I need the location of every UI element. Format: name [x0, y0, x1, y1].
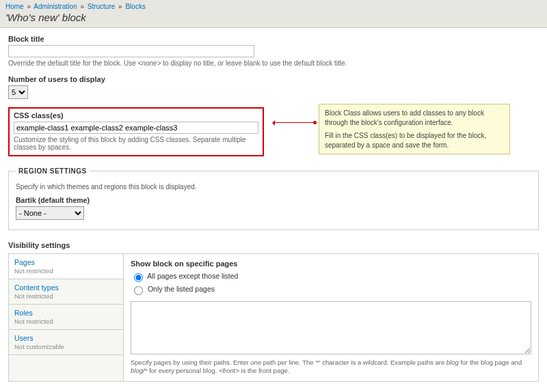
radio-only-listed[interactable]: Only the listed pages: [131, 284, 531, 295]
breadcrumb-blocks[interactable]: Blocks: [125, 3, 145, 10]
tab-pages[interactable]: Pages Not restricted: [9, 254, 123, 279]
css-classes-label: CSS class(es): [14, 111, 258, 120]
region-settings-fieldset: REGION SETTINGS Specify in which themes …: [8, 167, 539, 230]
block-title-row: Block title Override the default title f…: [8, 35, 539, 67]
tab-content-types[interactable]: Content types Not restricted: [9, 279, 123, 305]
callout-box: Block Class allows users to add classes …: [319, 104, 510, 154]
css-classes-input[interactable]: [14, 122, 258, 134]
callout-arrow: [274, 122, 315, 123]
block-title-desc: Override the default title for the block…: [8, 59, 539, 67]
radio-all-except-input[interactable]: [134, 273, 143, 282]
callout-text: Block Class allows users to add classes …: [325, 109, 504, 127]
block-title-input[interactable]: [8, 45, 254, 57]
block-title-label: Block title: [8, 35, 539, 43]
visibility-title: Visibility settings: [8, 241, 539, 249]
breadcrumb-home[interactable]: Home: [5, 3, 24, 10]
tab-roles[interactable]: Roles Not restricted: [9, 305, 123, 330]
breadcrumb-sep: »: [118, 3, 122, 10]
region-settings-legend: REGION SETTINGS: [16, 167, 90, 175]
header-band: Home » Administration » Structure » Bloc…: [0, 0, 547, 28]
pages-textarea[interactable]: [131, 301, 531, 354]
radio-only-listed-input[interactable]: [134, 286, 143, 295]
region-theme-name: Bartik (default theme): [16, 196, 531, 204]
css-classes-desc: Customize the styling of this block by a…: [14, 136, 258, 151]
region-theme-select[interactable]: - None -: [16, 206, 84, 220]
num-users-select[interactable]: 5: [8, 85, 28, 99]
css-classes-highlight: CSS class(es) Customize the styling of t…: [8, 107, 264, 156]
page-title: 'Who's new' block: [5, 12, 542, 23]
content: Block title Override the default title f…: [0, 28, 547, 392]
callout-text: Fill in the CSS class(es) to be displaye…: [325, 131, 504, 150]
breadcrumb-structure[interactable]: Structure: [88, 3, 116, 10]
tab-users[interactable]: Users Not customizable: [9, 330, 123, 355]
visibility-tabs: Pages Not restricted Content types Not r…: [9, 254, 124, 381]
radio-all-except[interactable]: All pages except those listed: [131, 271, 531, 282]
region-settings-desc: Specify in which themes and regions this…: [16, 183, 531, 191]
css-classes-row: CSS class(es) Customize the styling of t…: [8, 107, 539, 156]
breadcrumb: Home » Administration » Structure » Bloc…: [5, 3, 542, 10]
num-users-row: Number of users to display 5: [8, 75, 539, 99]
breadcrumb-admin[interactable]: Administration: [34, 3, 77, 10]
num-users-label: Number of users to display: [8, 75, 539, 83]
visibility-box: Pages Not restricted Content types Not r…: [8, 253, 539, 382]
visibility-pane: Show block on specific pages All pages e…: [124, 254, 538, 381]
breadcrumb-sep: »: [27, 3, 31, 10]
breadcrumb-sep: »: [80, 3, 84, 10]
pane-title: Show block on specific pages: [131, 260, 531, 268]
pane-desc: Specify pages by using their paths. Ente…: [131, 359, 531, 376]
